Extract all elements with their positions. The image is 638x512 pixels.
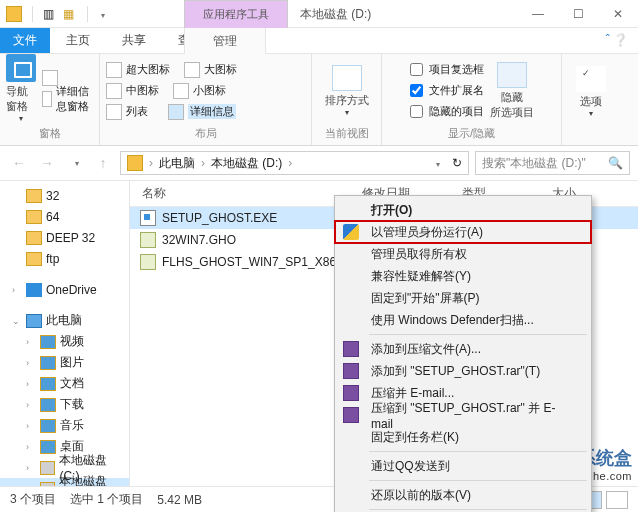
detail-pane-button[interactable]: 详细信息窗格 — [42, 90, 93, 108]
tab-manage[interactable]: 管理 — [184, 28, 266, 54]
rar-icon — [343, 407, 359, 423]
col-name: 名称 — [130, 185, 350, 202]
breadcrumb-drive[interactable]: 本地磁盘 (D:) — [211, 155, 282, 172]
tree-folder-deep32[interactable]: DEEP 32 — [0, 227, 129, 248]
sort-button[interactable]: 排序方式▾ — [325, 65, 369, 117]
rar-icon — [343, 341, 359, 357]
tree-documents[interactable]: ›文档 — [0, 373, 129, 394]
qat-new-icon[interactable]: ▦ — [63, 7, 77, 21]
tree-folder-32[interactable]: 32 — [0, 185, 129, 206]
rar-icon — [343, 385, 359, 401]
breadcrumb-thispc[interactable]: 此电脑 — [159, 155, 195, 172]
detail-icon — [42, 91, 52, 107]
tree-thispc[interactable]: ⌄此电脑 — [0, 310, 129, 331]
address-bar[interactable]: › 此电脑 › 本地磁盘 (D:) › ↻ — [120, 151, 469, 175]
tree-folder-ftp[interactable]: ftp — [0, 248, 129, 269]
group-current-label: 当前视图 — [325, 123, 369, 145]
view-md[interactable]: 中图标 小图标 — [106, 82, 306, 100]
forward-button[interactable]: → — [36, 152, 58, 174]
status-size: 5.42 MB — [157, 493, 202, 507]
tree-folder-64[interactable]: 64 — [0, 206, 129, 227]
up-button[interactable]: ↑ — [92, 152, 114, 174]
rar-icon — [343, 363, 359, 379]
hide-icon — [497, 62, 527, 88]
refresh-icon[interactable]: ↻ — [452, 156, 462, 170]
pc-icon — [26, 314, 42, 328]
group-showhide-label: 显示/隐藏 — [448, 123, 495, 145]
address-bar-row: ← → ↑ › 此电脑 › 本地磁盘 (D:) › ↻ 搜索"本地磁盘 (D:)… — [0, 146, 638, 181]
help-icon[interactable]: ˆ ❔ — [606, 33, 628, 47]
chk-file-ext[interactable]: 文件扩展名 — [410, 82, 484, 100]
ctx-take-ownership[interactable]: 管理员取得所有权 — [335, 243, 591, 265]
tree-pictures[interactable]: ›图片 — [0, 352, 129, 373]
ctx-pin-taskbar[interactable]: 固定到任务栏(K) — [335, 426, 591, 448]
ctx-add-archive[interactable]: 添加到压缩文件(A)... — [335, 338, 591, 360]
ctx-restore-versions[interactable]: 还原以前的版本(V) — [335, 484, 591, 506]
ctx-pin-start[interactable]: 固定到"开始"屏幕(P) — [335, 287, 591, 309]
tab-share[interactable]: 共享 — [106, 28, 162, 53]
chk-hidden[interactable]: 隐藏的项目 — [410, 103, 484, 121]
contextual-tab-app[interactable]: 应用程序工具 — [184, 0, 288, 28]
maximize-button[interactable]: ☐ — [558, 0, 598, 28]
ctx-compress-rar-email[interactable]: 压缩到 "SETUP_GHOST.rar" 并 E-mail — [335, 404, 591, 426]
addr-dropdown-icon[interactable] — [433, 156, 440, 170]
ctx-compat-troubleshoot[interactable]: 兼容性疑难解答(Y) — [335, 265, 591, 287]
ctx-add-to-rar[interactable]: 添加到 "SETUP_GHOST.rar"(T) — [335, 360, 591, 382]
ctx-open[interactable]: 打开(O) — [335, 199, 591, 221]
ribbon: 导航窗格▾ 预览窗格 详细信息窗格 窗格 超大图标 大图标 中图标 小图标 列表… — [0, 54, 638, 146]
group-layout-label: 布局 — [195, 123, 217, 145]
chk-item-checkboxes[interactable]: 项目复选框 — [410, 61, 484, 79]
view-thumbs-button[interactable] — [606, 491, 628, 509]
tree-downloads[interactable]: ›下载 — [0, 394, 129, 415]
window-title: 本地磁盘 (D:) — [300, 6, 371, 23]
options-icon: ✓ — [576, 66, 606, 92]
history-dropdown[interactable] — [64, 152, 86, 174]
tree-music[interactable]: ›音乐 — [0, 415, 129, 436]
folder-icon — [127, 155, 143, 171]
ctx-run-as-admin[interactable]: 以管理员身份运行(A) — [335, 221, 591, 243]
minimize-button[interactable]: — — [518, 0, 558, 28]
view-list[interactable]: 列表 详细信息 — [106, 103, 306, 121]
view-xl[interactable]: 超大图标 大图标 — [106, 61, 306, 79]
nav-tree[interactable]: 32 64 DEEP 32 ftp ›OneDrive ⌄此电脑 ›视频 ›图片… — [0, 181, 130, 495]
back-button[interactable]: ← — [8, 152, 30, 174]
gho-icon — [140, 232, 156, 248]
qat-dropdown-icon[interactable] — [98, 7, 112, 21]
tree-onedrive[interactable]: ›OneDrive — [0, 279, 129, 300]
nav-pane-icon — [6, 54, 36, 82]
group-panes-label: 窗格 — [39, 123, 61, 145]
nav-pane-button[interactable]: 导航窗格▾ — [6, 54, 36, 123]
tree-videos[interactable]: ›视频 — [0, 331, 129, 352]
status-count: 3 个项目 — [10, 491, 56, 508]
search-placeholder: 搜索"本地磁盘 (D:)" — [482, 155, 586, 172]
quick-access-toolbar: ▥ ▦ — [0, 6, 112, 22]
hide-selected-button[interactable]: 隐藏 所选项目 — [490, 62, 534, 120]
onedrive-icon — [26, 283, 42, 297]
search-box[interactable]: 搜索"本地磁盘 (D:)" 🔍 — [475, 151, 630, 175]
context-menu: 打开(O) 以管理员身份运行(A) 管理员取得所有权 兼容性疑难解答(Y) 固定… — [334, 195, 592, 512]
shield-icon — [343, 224, 359, 240]
gho-icon — [140, 254, 156, 270]
close-button[interactable]: ✕ — [598, 0, 638, 28]
sort-icon — [332, 65, 362, 91]
status-selected: 选中 1 个项目 — [70, 491, 143, 508]
ctx-defender-scan[interactable]: 使用 Windows Defender扫描... — [335, 309, 591, 331]
folder-icon — [6, 6, 22, 22]
exe-icon — [140, 210, 156, 226]
search-icon: 🔍 — [608, 156, 623, 170]
qat-props-icon[interactable]: ▥ — [43, 7, 57, 21]
options-button[interactable]: ✓选项▾ — [569, 66, 613, 118]
ctx-qq-send[interactable]: 通过QQ发送到 — [335, 455, 591, 477]
title-bar: ▥ ▦ 应用程序工具 本地磁盘 (D:) — ☐ ✕ — [0, 0, 638, 28]
